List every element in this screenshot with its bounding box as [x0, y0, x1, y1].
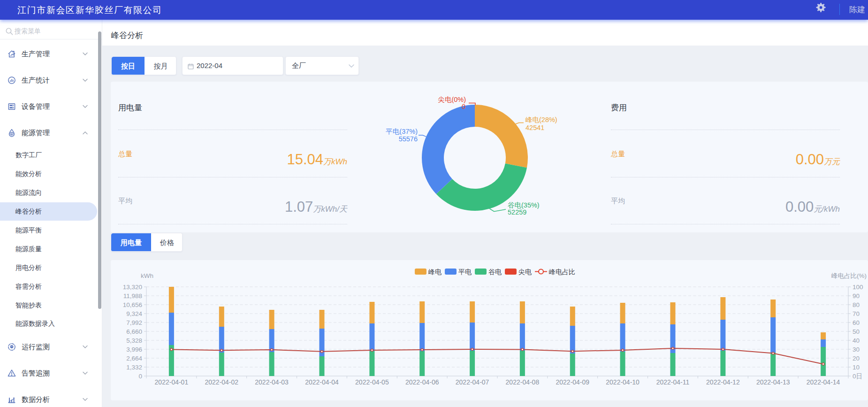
svg-text:2022-04-05: 2022-04-05 [355, 378, 389, 386]
svg-text:2022-04-13: 2022-04-13 [756, 378, 790, 386]
svg-text:3,996: 3,996 [126, 346, 142, 353]
svg-text:9,324: 9,324 [126, 310, 142, 317]
svg-text:尖电: 尖电 [518, 268, 532, 276]
svg-text:42541: 42541 [525, 124, 544, 131]
svg-text:平电: 平电 [458, 268, 472, 276]
svg-text:峰电(28%): 峰电(28%) [525, 116, 557, 123]
svg-text:10,656: 10,656 [123, 301, 142, 308]
svg-text:0: 0 [138, 373, 142, 380]
svg-text:5,328: 5,328 [126, 337, 142, 344]
svg-text:平电(37%): 平电(37%) [386, 128, 418, 135]
svg-text:峰电占比: 峰电占比 [549, 268, 575, 276]
svg-text:2022-04-03: 2022-04-03 [255, 378, 289, 386]
svg-text:2022-04-01: 2022-04-01 [155, 378, 189, 386]
svg-text:2022-04-02: 2022-04-02 [205, 378, 238, 386]
svg-text:峰电: 峰电 [428, 268, 442, 276]
svg-text:1,332: 1,332 [126, 364, 142, 371]
svg-text:90: 90 [853, 292, 860, 299]
svg-text:0日: 0日 [853, 373, 862, 380]
svg-text:2022-04-12: 2022-04-12 [706, 378, 740, 386]
svg-text:11,988: 11,988 [123, 292, 142, 299]
svg-text:谷电: 谷电 [488, 268, 502, 276]
svg-text:2,664: 2,664 [126, 355, 142, 362]
svg-text:6,660: 6,660 [126, 328, 142, 335]
svg-text:30: 30 [853, 346, 860, 353]
svg-text:2022-04-06: 2022-04-06 [405, 378, 439, 386]
svg-text:7,992: 7,992 [126, 319, 142, 326]
svg-text:2022-04-11: 2022-04-11 [656, 378, 690, 386]
svg-text:2022-04-08: 2022-04-08 [506, 378, 540, 386]
svg-text:2022-04-07: 2022-04-07 [456, 378, 489, 386]
svg-text:70: 70 [853, 310, 860, 317]
svg-text:20: 20 [853, 355, 860, 362]
svg-text:峰电占比(%): 峰电占比(%) [831, 272, 867, 279]
svg-text:0: 0 [462, 103, 465, 110]
svg-text:10: 10 [853, 364, 860, 371]
svg-text:55576: 55576 [399, 135, 418, 143]
svg-text:2022-04-04: 2022-04-04 [305, 378, 339, 386]
svg-text:100: 100 [853, 284, 863, 291]
svg-text:kWh: kWh [141, 272, 153, 279]
svg-text:40: 40 [853, 337, 860, 344]
svg-text:50: 50 [853, 328, 860, 335]
svg-text:尖电(0%): 尖电(0%) [438, 96, 466, 103]
svg-text:2022-04-10: 2022-04-10 [606, 378, 640, 386]
svg-text:80: 80 [853, 301, 860, 308]
svg-text:谷电(35%): 谷电(35%) [508, 201, 540, 209]
svg-text:52259: 52259 [508, 208, 526, 216]
svg-text:2022-04-09: 2022-04-09 [556, 378, 589, 386]
svg-text:2022-04-14: 2022-04-14 [807, 378, 840, 386]
svg-text:13,320: 13,320 [123, 284, 142, 291]
svg-text:60: 60 [853, 319, 860, 326]
